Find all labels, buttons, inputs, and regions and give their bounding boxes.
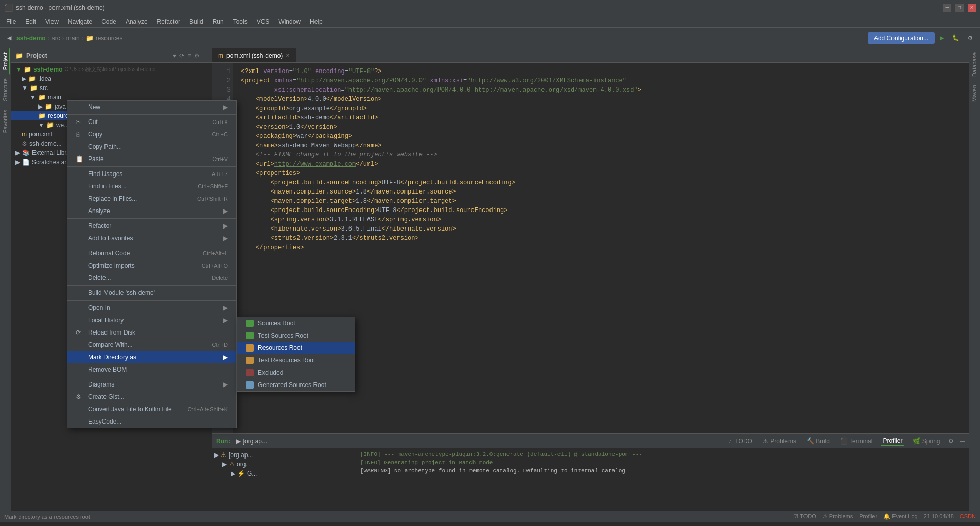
bottom-minimize[interactable]: ─ (960, 437, 965, 445)
ctx-local-history[interactable]: Local History ▶ (67, 314, 236, 326)
breadcrumb-resources[interactable]: resources (96, 34, 123, 42)
project-gear[interactable]: ⚙ (194, 52, 200, 59)
menu-build[interactable]: Build (185, 17, 207, 26)
tab-terminal[interactable]: ⬛ Terminal (838, 436, 874, 446)
status-time: 21:10 04/48 (924, 513, 954, 520)
status-problems[interactable]: ⚠ Problems (822, 513, 853, 520)
tab-problems[interactable]: ⚠ Problems (761, 436, 798, 446)
ctx-compare[interactable]: Compare With... Ctrl+D (67, 339, 236, 351)
project-collapse[interactable]: ≡ (187, 52, 191, 59)
ctx-sep-6 (67, 300, 236, 301)
menu-vcs[interactable]: VCS (253, 17, 274, 26)
minimize-button[interactable]: ─ (943, 4, 951, 12)
ctx-paste-label: Paste (88, 155, 208, 163)
ctx-copy-path[interactable]: Copy Path... (67, 141, 236, 153)
project-dropdown[interactable]: ▾ (173, 52, 176, 59)
ctx-sep-2 (67, 166, 236, 167)
ctx-convert-kotlin-shortcut: Ctrl+Alt+Shift+K (187, 406, 228, 412)
event-log[interactable]: 🔔 Event Log (883, 513, 918, 520)
ctx-copy[interactable]: ⎘ Copy Ctrl+C (67, 128, 236, 141)
submenu-sources-root[interactable]: Sources Root (237, 317, 355, 329)
ctx-new[interactable]: New ▶ (67, 101, 236, 113)
ctx-convert-kotlin-label: Convert Java File to Kotlin File (88, 406, 183, 413)
ctx-analyze[interactable]: Analyze ▶ (67, 205, 236, 217)
ctx-delete-shortcut: Delete (212, 275, 228, 281)
bottom-settings[interactable]: ⚙ (948, 437, 954, 445)
title-bar-left: ⬛ ssh-demo - pom.xml (ssh-demo) (4, 4, 105, 12)
favorites-tab[interactable]: Favorites (1, 106, 10, 137)
submenu-generated-sources[interactable]: Generated Sources Root (237, 379, 355, 391)
tree-item-ssh-demo[interactable]: ▼ 📁 ssh-demo C:\Users\徐文兴\IdeaProjects\s… (11, 65, 212, 74)
menu-code[interactable]: Code (97, 17, 120, 26)
ctx-reload[interactable]: ⟳ Reload from Disk (67, 326, 236, 339)
maven-tab[interactable]: Maven (970, 81, 979, 106)
ctx-open-in[interactable]: Open In ▶ (67, 302, 236, 314)
submenu-resources-root[interactable]: Resources Root (237, 342, 355, 354)
ctx-refactor[interactable]: Refactor ▶ (67, 220, 236, 232)
add-configuration-button[interactable]: Add Configuration... (868, 32, 935, 44)
ctx-find-usages[interactable]: Find Usages Alt+F7 (67, 168, 236, 180)
run-tree-item-2[interactable]: ▶ ⚠ org. (214, 460, 354, 469)
ctx-add-favorites[interactable]: Add to Favorites ▶ (67, 232, 236, 244)
ctx-build-module[interactable]: Build Module 'ssh-demo' (67, 287, 236, 299)
submenu-excluded[interactable]: Excluded (237, 366, 355, 379)
menu-help[interactable]: Help (306, 17, 327, 26)
ctx-optimize-shortcut: Ctrl+Alt+O (202, 262, 228, 269)
breadcrumb-project[interactable]: ssh-demo (16, 34, 46, 42)
toolbar-settings[interactable]: ⚙ (965, 33, 976, 43)
maximize-button[interactable]: □ (955, 4, 964, 12)
breadcrumb-main[interactable]: main (66, 34, 80, 42)
tab-profiler[interactable]: Profiler (881, 436, 904, 446)
tab-todo[interactable]: ☑ TODO (725, 436, 755, 446)
menu-run[interactable]: Run (208, 17, 228, 26)
run-tree-item-3[interactable]: ▶ ⚡ G... (214, 469, 354, 478)
run-tree-item-1[interactable]: ▶ ⚠ [org.ap... (214, 450, 354, 460)
toolbar-back-button[interactable]: ◀ (4, 33, 14, 43)
ctx-cut[interactable]: ✂ Cut Ctrl+X (67, 116, 236, 128)
menu-navigate[interactable]: Navigate (64, 17, 96, 26)
ctx-create-gist[interactable]: ⚙ Create Gist... (67, 391, 236, 403)
breadcrumb-src[interactable]: src (52, 34, 60, 42)
tab-close-pomxml[interactable]: ✕ (286, 52, 290, 58)
ctx-diagrams[interactable]: Diagrams ▶ (67, 378, 236, 391)
menu-analyze[interactable]: Analyze (121, 17, 152, 26)
menu-edit[interactable]: Edit (21, 17, 40, 26)
ctx-mark-directory[interactable]: Mark Directory as ▶ (67, 351, 236, 363)
tab-build[interactable]: 🔨 Build (804, 436, 832, 446)
ctx-remove-bom[interactable]: Remove BOM (67, 363, 236, 376)
ctx-easycode[interactable]: EasyCode... (67, 415, 236, 428)
tree-item-idea[interactable]: ▶ 📁 .idea (11, 74, 212, 83)
tab-pomxml[interactable]: m pom.xml (ssh-demo) ✕ (212, 48, 296, 62)
ctx-optimize[interactable]: Optimize Imports Ctrl+Alt+O (67, 259, 236, 272)
status-profiler[interactable]: Profiler (859, 513, 877, 520)
tree-item-src[interactable]: ▼ 📁 src (11, 83, 212, 93)
status-csdn[interactable]: CSDN (960, 513, 976, 520)
project-sync[interactable]: ⟳ (179, 52, 184, 59)
ctx-paste[interactable]: 📋 Paste Ctrl+V (67, 153, 236, 165)
submenu-test-sources-root[interactable]: Test Sources Root (237, 329, 355, 342)
menu-window[interactable]: Window (274, 17, 305, 26)
tab-spring[interactable]: 🌿 Spring (911, 436, 942, 446)
menu-file[interactable]: File (2, 17, 20, 26)
menu-refactor[interactable]: Refactor (153, 17, 184, 26)
project-minimize[interactable]: ─ (203, 52, 207, 59)
menu-view[interactable]: View (41, 17, 63, 26)
close-button[interactable]: ✕ (968, 4, 976, 12)
context-menu: New ▶ ✂ Cut Ctrl+X ⎘ Copy Ctrl+C Copy Pa… (67, 100, 237, 428)
ctx-delete[interactable]: Delete... Delete (67, 272, 236, 284)
submenu-sources-root-label: Sources Root (258, 320, 295, 327)
run-button[interactable]: ▶ (937, 33, 947, 43)
status-todo[interactable]: ☑ TODO (793, 513, 816, 520)
project-tab[interactable]: Project (1, 48, 10, 74)
ctx-reformat[interactable]: Reformat Code Ctrl+Alt+L (67, 247, 236, 259)
submenu-test-resources-root[interactable]: Test Resources Root (237, 354, 355, 366)
ctx-convert-kotlin[interactable]: Convert Java File to Kotlin File Ctrl+Al… (67, 403, 236, 415)
menu-tools[interactable]: Tools (229, 17, 252, 26)
tree-path-ssh-demo: C:\Users\徐文兴\IdeaProjects\ssh-demo (65, 66, 156, 73)
structure-tab[interactable]: Structure (1, 74, 10, 106)
database-tab[interactable]: Database (970, 48, 979, 81)
ctx-replace-files[interactable]: Replace in Files... Ctrl+Shift+R (67, 192, 236, 205)
debug-button[interactable]: 🐛 (949, 33, 962, 43)
ctx-build-module-label: Build Module 'ssh-demo' (88, 289, 228, 296)
ctx-find-files[interactable]: Find in Files... Ctrl+Shift+F (67, 180, 236, 192)
